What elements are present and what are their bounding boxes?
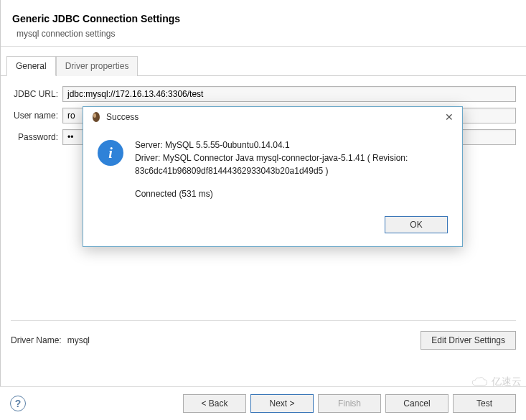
back-button[interactable]: < Back (183, 394, 246, 413)
finish-button[interactable]: Finish (318, 394, 381, 413)
svg-point-1 (93, 113, 96, 118)
help-icon[interactable]: ? (10, 396, 26, 411)
jdbc-url-input[interactable] (62, 86, 516, 102)
close-icon[interactable]: ✕ (442, 111, 456, 123)
username-label: User name: (11, 111, 62, 121)
page-title: Generic JDBC Connection Settings (12, 13, 515, 24)
app-icon (90, 111, 102, 123)
tab-general[interactable]: General (6, 56, 56, 76)
success-dialog: Success ✕ i Server: MySQL 5.5.55-0ubuntu… (83, 106, 463, 247)
tab-driver-properties[interactable]: Driver properties (56, 56, 138, 76)
msg-line: Driver: MySQL Connector Java mysql-conne… (135, 151, 408, 164)
cancel-button[interactable]: Cancel (385, 394, 448, 413)
driver-row: Driver Name: mysql Edit Driver Settings (1, 321, 526, 360)
driver-name-value: mysql (67, 335, 421, 345)
info-icon: i (98, 140, 123, 166)
dialog-title: Success (106, 112, 442, 122)
password-label: Password: (11, 132, 62, 142)
svg-point-0 (93, 112, 100, 122)
page-subtitle: mysql connection settings (17, 29, 515, 39)
divider (1, 46, 526, 47)
dialog-titlebar: Success ✕ (83, 107, 462, 127)
dialog-footer: OK (83, 206, 462, 246)
ok-button[interactable]: OK (385, 216, 448, 233)
tabs: General Driver properties (1, 55, 526, 76)
driver-name-label: Driver Name: (11, 335, 62, 345)
msg-line: Server: MySQL 5.5.55-0ubuntu0.14.04.1 (135, 139, 408, 151)
edit-driver-settings-button[interactable]: Edit Driver Settings (421, 331, 516, 350)
msg-line: 83c6dc41b96809df81444362933043b20a1d49d5… (135, 164, 408, 177)
dialog-body: i Server: MySQL 5.5.55-0ubuntu0.14.04.1 … (83, 127, 462, 206)
footer: ? < Back Next > Finish Cancel Test (0, 386, 526, 420)
jdbc-url-label: JDBC URL: (11, 89, 62, 99)
next-button[interactable]: Next > (250, 394, 314, 413)
header: Generic JDBC Connection Settings mysql c… (1, 0, 526, 46)
msg-line: Connected (531 ms) (135, 187, 408, 200)
test-button[interactable]: Test (453, 394, 516, 413)
dialog-message: Server: MySQL 5.5.55-0ubuntu0.14.04.1 Dr… (135, 139, 408, 200)
